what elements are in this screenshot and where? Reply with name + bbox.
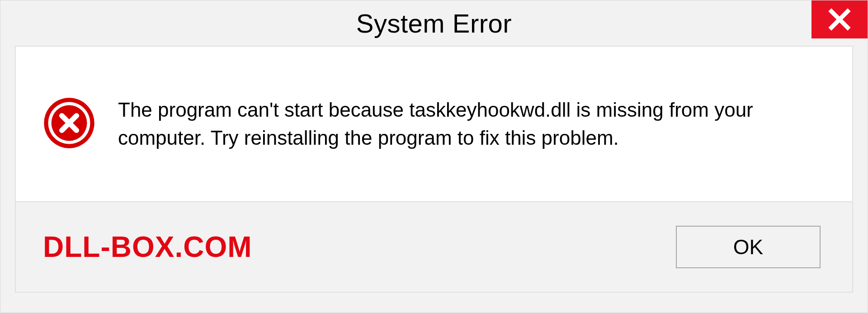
close-button[interactable] [811,0,868,38]
ok-button[interactable]: OK [676,226,821,268]
system-error-dialog: System Error The program can't start bec… [0,0,868,313]
dialog-title: System Error [356,8,512,38]
watermark-text: DLL-BOX.COM [43,230,252,264]
error-message: The program can't start because taskkeyh… [118,96,825,152]
footer-panel: DLL-BOX.COM OK [15,202,853,293]
title-bar: System Error [0,0,868,46]
content-panel: The program can't start because taskkeyh… [15,46,853,202]
error-icon [43,97,95,151]
close-icon [827,7,852,32]
